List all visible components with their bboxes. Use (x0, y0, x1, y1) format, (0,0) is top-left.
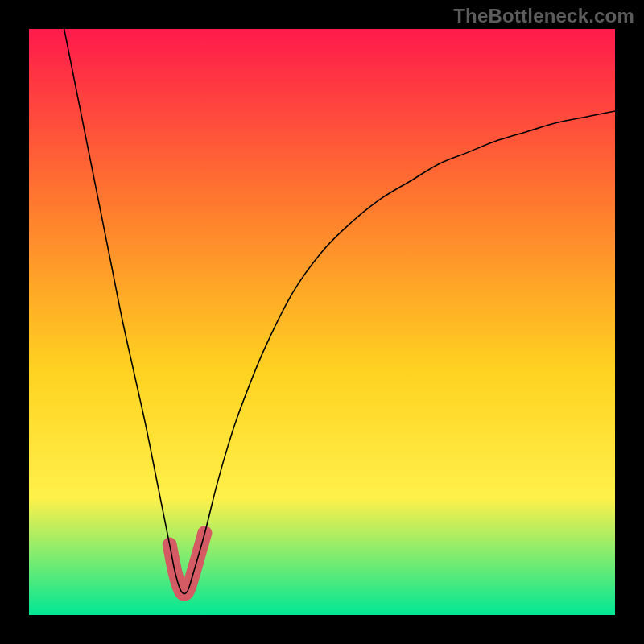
watermark-text: TheBottleneck.com (453, 5, 634, 27)
bottleneck-chart (0, 0, 644, 644)
chart-frame: TheBottleneck.com (0, 0, 644, 644)
plot-background (29, 29, 615, 615)
